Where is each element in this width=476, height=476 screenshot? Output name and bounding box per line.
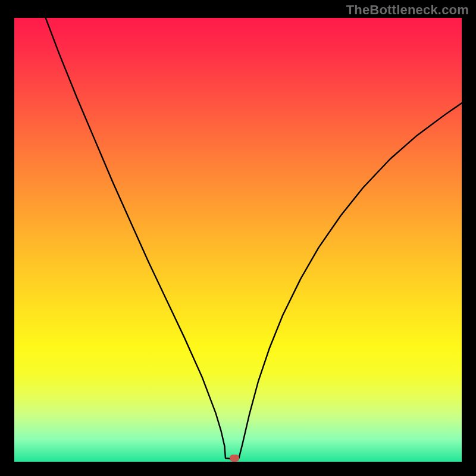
plot-area (14, 18, 462, 462)
optimum-marker (230, 455, 239, 462)
curve-svg (14, 18, 462, 462)
watermark-text: TheBottleneck.com (346, 2, 469, 18)
bottleneck-curve (46, 18, 462, 459)
chart-frame: TheBottleneck.com (0, 0, 476, 476)
